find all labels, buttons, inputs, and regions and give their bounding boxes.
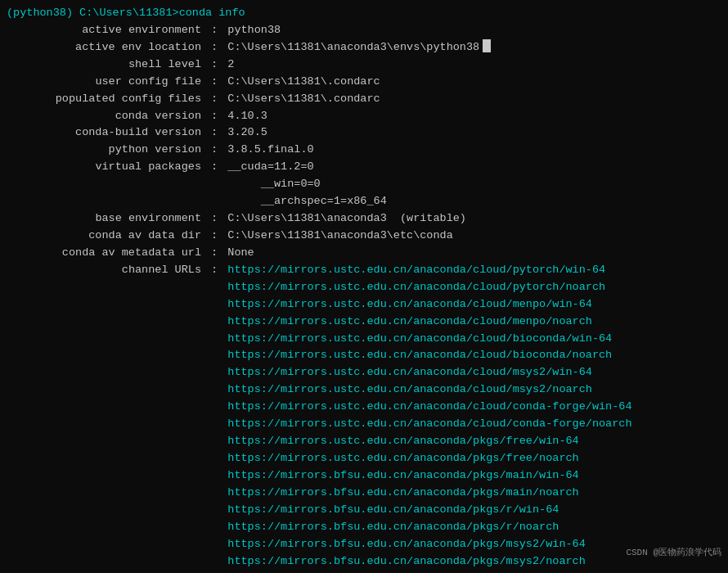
terminal-row: https://mirrors.ustc.edu.cn/anaconda/clo… [7, 296, 721, 314]
row-sep: : [201, 108, 227, 125]
terminal-row: shell level : 2 [7, 56, 721, 74]
row-value: https://mirrors.ustc.edu.cn/anaconda/clo… [227, 262, 605, 279]
row-sep [201, 536, 227, 553]
row-sep: : [201, 570, 227, 573]
row-value: https://mirrors.ustc.edu.cn/anaconda/pkg… [227, 433, 578, 450]
row-sep [201, 314, 227, 331]
terminal-row: conda-build version : 3.20.5 [7, 124, 721, 142]
row-sep: : [201, 159, 227, 176]
row-label [7, 314, 201, 331]
row-sep [201, 381, 227, 399]
row-label: virtual packages [7, 159, 201, 176]
row-label [7, 347, 201, 364]
row-label [7, 331, 201, 348]
row-label: user config file [7, 74, 201, 91]
row-value: https://mirrors.ustc.edu.cn/anaconda/clo… [227, 347, 612, 364]
row-value: C:\Users\11381\anaconda3\envs\python38 [227, 39, 479, 56]
row-label [7, 433, 201, 450]
terminal-row: python version : 3.8.5.final.0 [7, 142, 721, 159]
terminal-row: https://mirrors.ustc.edu.cn/anaconda/clo… [7, 381, 721, 399]
row-label [7, 381, 201, 399]
row-value: https://mirrors.ustc.edu.cn/anaconda/pkg… [227, 450, 578, 467]
terminal-row: active env location : C:\Users\11381\ana… [7, 39, 721, 56]
terminal-row: https://mirrors.ustc.edu.cn/anaconda/clo… [7, 279, 721, 296]
terminal-row: conda version : 4.10.3 [7, 108, 721, 125]
row-value: C:\Users\11381\anaconda3\pkgs [227, 570, 420, 573]
row-sep [201, 519, 227, 536]
row-value: python38 [227, 22, 281, 39]
row-sep [201, 399, 227, 416]
row-label [7, 364, 201, 381]
row-value: C:\Users\11381\.condarc [227, 91, 380, 108]
watermark: CSDN @医物药浪学代码 [626, 546, 721, 558]
row-value: __win=0=0 [261, 176, 321, 193]
row-label: channel URLs [7, 262, 201, 279]
terminal-row: https://mirrors.bfsu.edu.cn/anaconda/pkg… [7, 502, 721, 519]
row-sep: : [201, 245, 227, 262]
terminal-row: https://mirrors.ustc.edu.cn/anaconda/clo… [7, 364, 721, 381]
row-sep [201, 331, 227, 348]
row-sep: : [201, 56, 227, 74]
row-sep [201, 279, 227, 296]
row-value: https://mirrors.bfsu.edu.cn/anaconda/pkg… [227, 519, 559, 536]
terminal-row: https://mirrors.ustc.edu.cn/anaconda/clo… [7, 331, 721, 348]
row-label: conda-build version [7, 124, 201, 142]
row-value: https://mirrors.ustc.edu.cn/anaconda/clo… [227, 381, 592, 399]
terminal-row: virtual packages : __cuda=11.2=0 [7, 159, 721, 176]
terminal-row: conda av data dir : C:\Users\11381\anaco… [7, 228, 721, 245]
row-label: populated config files [7, 91, 201, 108]
row-value: https://mirrors.ustc.edu.cn/anaconda/clo… [227, 399, 631, 416]
terminal-row: https://mirrors.ustc.edu.cn/anaconda/clo… [7, 347, 721, 364]
row-sep: : [201, 22, 227, 39]
row-label: package cache [7, 570, 201, 573]
row-label: conda version [7, 108, 201, 125]
row-label: conda av metadata url [7, 245, 201, 262]
row-label [7, 502, 201, 519]
row-value: https://mirrors.bfsu.edu.cn/anaconda/pkg… [227, 536, 585, 553]
row-value: https://mirrors.ustc.edu.cn/anaconda/clo… [227, 364, 592, 381]
terminal-row: base environment : C:\Users\11381\anacon… [7, 210, 721, 228]
row-label: base environment [7, 210, 201, 228]
row-sep: : [201, 124, 227, 142]
terminal-row: __win=0=0 [7, 176, 721, 193]
row-label [7, 467, 201, 485]
row-value: 4.10.3 [227, 108, 267, 125]
row-value: https://mirrors.ustc.edu.cn/anaconda/clo… [227, 314, 592, 331]
row-sep [201, 485, 227, 502]
row-label: shell level [7, 56, 201, 74]
row-value: None [227, 245, 254, 262]
row-value: 2 [227, 56, 234, 74]
row-sep [201, 193, 261, 210]
terminal-row: populated config files : C:\Users\11381\… [7, 91, 721, 108]
row-sep: : [201, 210, 227, 228]
terminal-row: user config file : C:\Users\11381\.conda… [7, 74, 721, 91]
terminal-row: active environment : python38 [7, 22, 721, 39]
row-value: https://mirrors.bfsu.edu.cn/anaconda/pkg… [227, 485, 578, 502]
terminal: (python38) C:\Users\11381>conda info act… [0, 0, 728, 573]
row-sep [201, 364, 227, 381]
row-sep [201, 176, 261, 193]
row-value: __archspec=1=x86_64 [261, 193, 387, 210]
terminal-row: https://mirrors.ustc.edu.cn/anaconda/pkg… [7, 433, 721, 450]
row-sep: : [201, 262, 227, 279]
row-label: active environment [7, 22, 201, 39]
terminal-row: https://mirrors.ustc.edu.cn/anaconda/clo… [7, 416, 721, 433]
prompt-line: (python38) C:\Users\11381>conda info [7, 5, 721, 22]
row-value: 3.8.5.final.0 [227, 142, 313, 159]
terminal-row: https://mirrors.ustc.edu.cn/anaconda/clo… [7, 314, 721, 331]
row-value: https://mirrors.ustc.edu.cn/anaconda/clo… [227, 279, 605, 296]
row-label [7, 399, 201, 416]
row-label [7, 519, 201, 536]
row-sep [201, 416, 227, 433]
row-value: C:\Users\11381\anaconda3\etc\conda [227, 228, 452, 245]
row-label: conda av data dir [7, 228, 201, 245]
row-value: https://mirrors.bfsu.edu.cn/anaconda/pkg… [227, 467, 578, 485]
row-label [7, 485, 201, 502]
terminal-row: https://mirrors.bfsu.edu.cn/anaconda/pkg… [7, 485, 721, 502]
row-sep: : [201, 228, 227, 245]
row-value: 3.20.5 [227, 124, 267, 142]
row-label [7, 553, 201, 571]
row-value: C:\Users\11381\.condarc [227, 74, 380, 91]
row-sep [201, 467, 227, 485]
row-value: https://mirrors.bfsu.edu.cn/anaconda/pkg… [227, 502, 559, 519]
